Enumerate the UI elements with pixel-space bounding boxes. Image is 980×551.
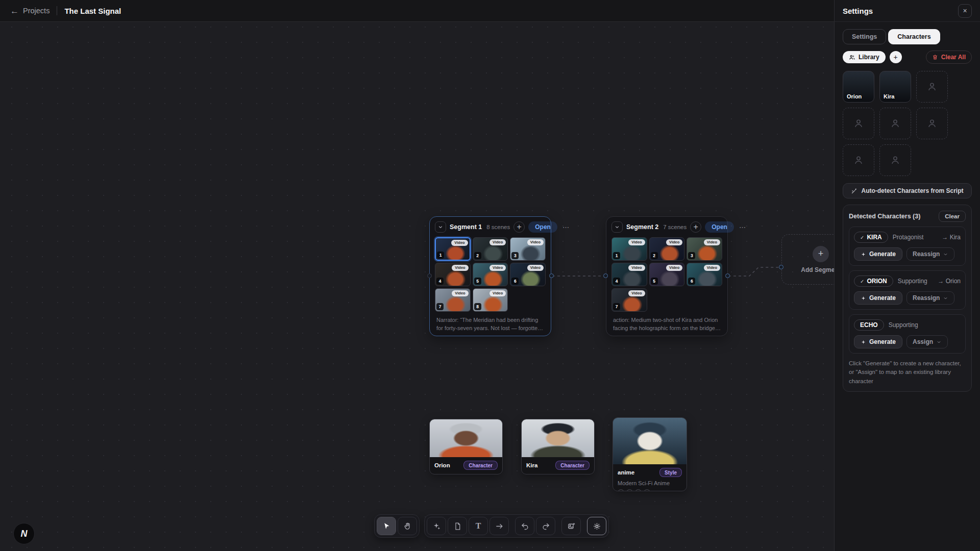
segment2-input-port[interactable] <box>603 273 608 278</box>
library-character-card[interactable]: Kira <box>879 71 911 103</box>
scene-thumbnail[interactable]: Video2 <box>649 237 685 261</box>
chevron-down-icon[interactable] <box>611 221 623 233</box>
scene-thumbnail[interactable]: Video2 <box>473 237 508 261</box>
empty-character-slot[interactable] <box>843 144 874 176</box>
toolbar-group-left <box>374 514 420 538</box>
add-scene-button[interactable]: + <box>513 221 525 233</box>
detected-row-actions: GenerateReassign <box>854 247 961 261</box>
detected-role: Supporting <box>898 278 927 285</box>
scene-thumbnail[interactable]: Video6 <box>687 263 722 286</box>
video-badge: Video <box>704 265 720 271</box>
topbar-divider <box>57 6 57 15</box>
scene-thumbnail[interactable]: Video3 <box>510 237 546 261</box>
detected-name: ECHO <box>860 321 878 329</box>
add-character-button[interactable]: + <box>890 51 902 63</box>
ai-tool[interactable] <box>427 517 446 535</box>
empty-character-slot[interactable] <box>916 108 948 139</box>
generate-button[interactable]: Generate <box>854 291 902 305</box>
detected-helper-text: Click "Generate" to create a new charact… <box>849 359 966 386</box>
style-card[interactable]: animeStyleModern Sci-Fi Anime <box>612 417 687 491</box>
more-options-icon[interactable]: ⋯ <box>738 223 748 231</box>
redo-button[interactable] <box>536 517 555 535</box>
undo-button[interactable] <box>515 517 534 535</box>
reassign-dropdown[interactable]: Reassign <box>906 247 954 261</box>
image-plus-icon <box>567 522 576 531</box>
detected-row-actions: GenerateReassign <box>854 291 961 305</box>
library-character-card[interactable]: Orion <box>843 71 874 103</box>
text-tool[interactable]: T <box>469 517 488 535</box>
character-card[interactable]: OrionCharacter <box>429 419 503 474</box>
generate-button[interactable]: Generate <box>854 335 902 348</box>
character-card[interactable]: KiraCharacter <box>521 419 595 474</box>
back-to-projects-button[interactable]: ← Projects <box>10 7 50 15</box>
add-segment-input-port[interactable] <box>779 265 783 269</box>
assign-dropdown[interactable]: Assign <box>906 335 948 348</box>
scene-thumbnail[interactable]: Video1 <box>435 237 471 261</box>
panel-tabs: SettingsCharacters <box>843 29 972 44</box>
swatch-circle[interactable] <box>635 489 642 491</box>
segment1-output-port[interactable] <box>549 273 554 278</box>
reassign-dropdown[interactable]: Reassign <box>906 291 954 305</box>
scene-thumbnail[interactable]: Video6 <box>510 263 546 286</box>
scene-number-badge: 6 <box>688 278 695 285</box>
segment1-input-port[interactable] <box>427 273 432 278</box>
empty-character-slot[interactable] <box>916 71 948 103</box>
open-segment-button[interactable]: Open <box>528 221 557 233</box>
scene-thumbnail[interactable]: Video4 <box>435 263 471 286</box>
scene-thumbnail[interactable]: Video4 <box>611 263 647 286</box>
app-logo[interactable]: N <box>13 523 35 544</box>
segment2-output-port[interactable] <box>725 273 730 278</box>
swatch-circle[interactable] <box>618 489 624 491</box>
people-icon <box>849 54 855 61</box>
segment-card[interactable]: Segment 27 scenes+Open⋯Video1Video2Video… <box>606 216 728 336</box>
arrow-tool[interactable] <box>489 517 509 535</box>
library-button[interactable]: Library <box>843 51 886 63</box>
auto-detect-button[interactable]: Auto-detect Characters from Script <box>843 183 972 198</box>
empty-character-slot[interactable] <box>879 108 911 139</box>
person-icon <box>853 155 864 166</box>
video-badge: Video <box>628 239 645 245</box>
person-icon <box>890 155 901 166</box>
generate-button[interactable]: Generate <box>854 247 902 261</box>
empty-character-slot[interactable] <box>879 144 911 176</box>
panel-header: Settings × <box>835 0 980 22</box>
scene-thumbnail[interactable]: Video1 <box>611 237 647 261</box>
scene-thumbnail[interactable]: Video5 <box>473 263 508 286</box>
scene-thumbnail[interactable]: Video3 <box>687 237 722 261</box>
settings-panel: Settings × SettingsCharacters Library + … <box>834 0 980 551</box>
segment-card[interactable]: Segment 18 scenes+Open⋯Video1Video2Video… <box>429 216 551 336</box>
document-tool[interactable] <box>448 517 467 535</box>
asset-name: Kira <box>526 462 537 468</box>
close-icon[interactable]: × <box>958 4 972 18</box>
video-badge: Video <box>628 290 645 296</box>
swatch-circle[interactable] <box>644 489 650 491</box>
asset-name: anime <box>618 469 634 475</box>
empty-character-slot[interactable] <box>843 108 874 139</box>
person-icon <box>926 81 938 92</box>
trash-icon <box>932 54 938 60</box>
settings-button[interactable] <box>587 517 606 535</box>
tab-settings[interactable]: Settings <box>843 29 886 44</box>
scene-number-badge: 1 <box>437 252 444 259</box>
add-image-button[interactable] <box>561 517 581 535</box>
detected-clear-button[interactable]: Clear <box>939 211 966 222</box>
scene-number-badge: 2 <box>651 252 658 259</box>
chevron-down-icon[interactable] <box>435 221 446 233</box>
pan-tool[interactable] <box>398 517 417 535</box>
clear-all-button[interactable]: Clear All <box>926 51 972 64</box>
scene-thumbnail[interactable]: Video8 <box>473 288 508 312</box>
scene-thumbnail[interactable]: Video7 <box>611 288 647 312</box>
segment-scene-count: 7 scenes <box>663 224 687 230</box>
person-icon <box>890 118 901 129</box>
tab-characters[interactable]: Characters <box>888 29 940 44</box>
scene-thumbnail[interactable]: Video7 <box>435 288 471 312</box>
segment-title: Segment 1 <box>450 223 482 231</box>
more-options-icon[interactable]: ⋯ <box>561 223 571 231</box>
scene-number-badge: 5 <box>651 278 658 285</box>
open-segment-button[interactable]: Open <box>705 221 734 233</box>
canvas[interactable]: Segment 18 scenes+Open⋯Video1Video2Video… <box>0 0 980 551</box>
select-tool[interactable] <box>377 517 396 535</box>
swatch-circle[interactable] <box>626 489 633 491</box>
add-scene-button[interactable]: + <box>690 221 701 233</box>
scene-thumbnail[interactable]: Video5 <box>649 263 685 286</box>
